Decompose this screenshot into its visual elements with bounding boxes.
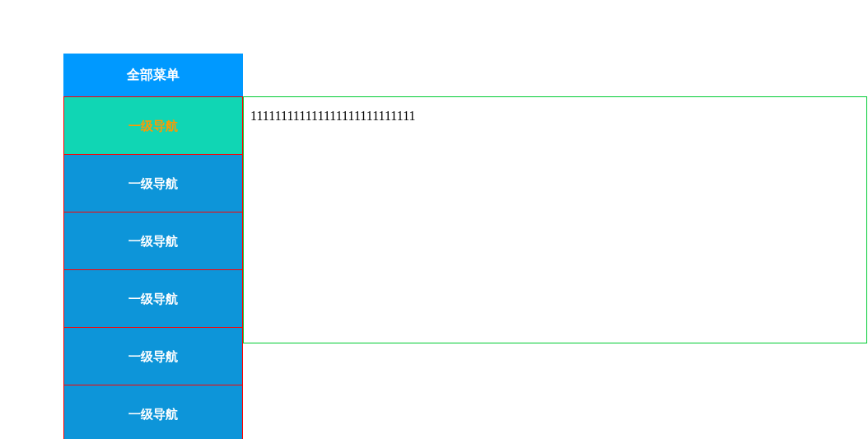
menu-item-3[interactable]: 一级导航 xyxy=(63,269,243,327)
sidebar: 全部菜单 一级导航 一级导航 一级导航 一级导航 一级导航 一级导航 xyxy=(63,54,243,439)
menu-item-1[interactable]: 一级导航 xyxy=(63,154,243,212)
menu-item-5[interactable]: 一级导航 xyxy=(63,385,243,439)
menu-header: 全部菜单 xyxy=(63,54,243,96)
flyout-content: 111111111111111111111111111 xyxy=(250,109,416,123)
flyout-panel: 111111111111111111111111111 xyxy=(243,96,867,343)
menu-item-0[interactable]: 一级导航 xyxy=(63,96,243,154)
menu-item-4[interactable]: 一级导航 xyxy=(63,327,243,385)
menu-item-2[interactable]: 一级导航 xyxy=(63,212,243,269)
